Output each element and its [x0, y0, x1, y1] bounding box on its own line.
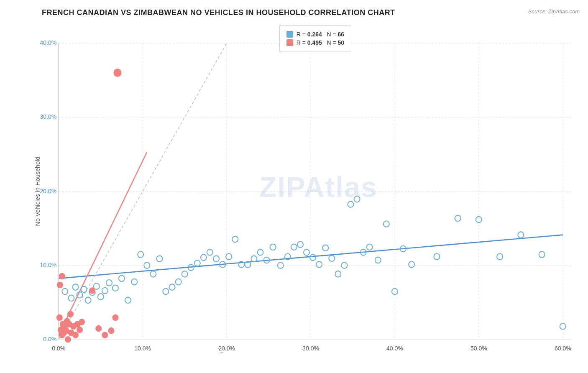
svg-point-90: [539, 251, 545, 258]
svg-point-64: [270, 244, 276, 250]
svg-point-54: [207, 249, 213, 255]
svg-point-112: [102, 332, 108, 338]
svg-point-111: [96, 325, 102, 332]
svg-point-107: [67, 311, 73, 317]
svg-point-108: [77, 327, 82, 333]
svg-point-58: [232, 236, 238, 243]
svg-point-116: [59, 273, 65, 279]
svg-point-45: [150, 271, 156, 277]
svg-point-39: [112, 285, 118, 291]
svg-point-92: [114, 69, 121, 77]
chart-title: FRENCH CANADIAN VS ZIMBABWEAN NO VEHICLE…: [33, 8, 580, 17]
svg-text:20.0%: 20.0%: [218, 345, 235, 352]
svg-text:40.0%: 40.0%: [40, 39, 56, 46]
svg-point-38: [106, 280, 112, 286]
svg-point-114: [112, 314, 118, 321]
svg-text:40.0%: 40.0%: [386, 345, 403, 352]
svg-point-53: [201, 255, 207, 261]
svg-point-61: [251, 256, 257, 262]
svg-point-100: [56, 314, 62, 321]
svg-point-36: [98, 294, 104, 300]
svg-line-26: [59, 152, 147, 335]
svg-point-29: [68, 295, 74, 301]
svg-line-25: [59, 235, 563, 278]
svg-text:0.0%: 0.0%: [52, 345, 65, 352]
legend-row-french: R = 0.264 N = 66: [286, 31, 344, 38]
svg-point-33: [85, 297, 91, 304]
svg-text:0.0%: 0.0%: [43, 336, 56, 342]
svg-point-69: [304, 249, 309, 255]
svg-point-106: [65, 336, 71, 342]
svg-point-77: [354, 196, 360, 202]
svg-point-28: [62, 289, 68, 295]
svg-point-62: [257, 249, 263, 255]
svg-text:French Canadians: French Canadians: [228, 352, 279, 353]
svg-point-85: [434, 253, 440, 260]
svg-point-37: [102, 288, 108, 294]
svg-point-32: [81, 286, 87, 293]
svg-text:60.0%: 60.0%: [555, 345, 571, 352]
svg-text:50.0%: 50.0%: [470, 345, 487, 352]
svg-point-76: [348, 201, 353, 207]
svg-text:Zimbabweans: Zimbabweans: [328, 352, 368, 353]
svg-point-67: [291, 244, 297, 250]
svg-point-79: [367, 244, 373, 250]
svg-text:No Vehicles in Household: No Vehicles in Household: [34, 156, 41, 226]
svg-point-89: [518, 232, 524, 238]
svg-point-47: [163, 289, 169, 295]
svg-point-110: [89, 288, 95, 294]
svg-point-40: [119, 276, 125, 282]
svg-point-104: [72, 332, 78, 338]
svg-point-73: [329, 255, 335, 262]
svg-text:30.0%: 30.0%: [40, 113, 56, 120]
french-legend-square: [286, 31, 293, 38]
svg-point-84: [409, 261, 414, 268]
svg-text:30.0%: 30.0%: [302, 345, 319, 352]
svg-point-74: [335, 271, 341, 277]
zimbabwean-legend-square: [286, 39, 293, 46]
svg-point-30: [72, 284, 78, 290]
svg-point-88: [497, 253, 503, 260]
svg-point-68: [297, 241, 303, 248]
svg-text:20.0%: 20.0%: [40, 187, 56, 194]
chart-area: R = 0.264 N = 66 R = 0.495 N = 50 ZIPAtl…: [33, 21, 580, 353]
svg-point-72: [322, 245, 328, 251]
scatter-chart: 40.0% 30.0% 20.0% 10.0% 0.0% 0.0% 10.0% …: [33, 21, 580, 353]
chart-container: FRENCH CANADIAN VS ZIMBABWEAN NO VEHICLE…: [0, 0, 588, 373]
svg-text:10.0%: 10.0%: [40, 262, 56, 268]
svg-point-113: [108, 328, 114, 334]
svg-point-48: [169, 284, 175, 290]
svg-point-41: [125, 297, 131, 304]
svg-point-43: [138, 251, 143, 258]
svg-point-86: [455, 215, 461, 222]
svg-point-71: [316, 261, 322, 268]
svg-point-81: [383, 221, 389, 227]
svg-point-115: [57, 282, 63, 288]
svg-point-109: [79, 319, 84, 325]
source-text: Source: ZipAtlas.com: [528, 8, 580, 15]
svg-point-46: [156, 256, 162, 262]
svg-text:10.0%: 10.0%: [134, 345, 151, 352]
svg-point-42: [131, 279, 137, 285]
svg-point-50: [182, 271, 188, 277]
french-legend-r: R = 0.264 N = 66: [297, 31, 344, 38]
svg-point-80: [375, 257, 381, 263]
zimbabwean-legend-r: R = 0.495 N = 50: [297, 39, 344, 46]
svg-point-55: [213, 256, 219, 262]
svg-point-49: [176, 279, 182, 285]
legend-row-zimbabwean: R = 0.495 N = 50: [286, 39, 344, 46]
legend-box: R = 0.264 N = 66 R = 0.495 N = 50: [279, 26, 351, 51]
